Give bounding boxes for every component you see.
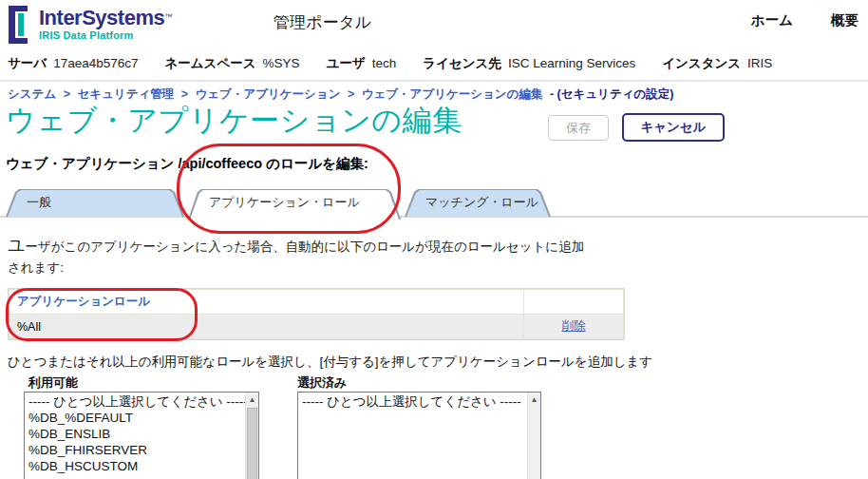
tab-matching-roles[interactable]: マッチング・ロール — [405, 189, 551, 217]
delete-link[interactable]: 削除 — [562, 319, 586, 333]
breadcrumb-edit-web-application[interactable]: ウェブ・アプリケーションの編集 — [362, 87, 543, 101]
role-name-cell: %All — [9, 315, 524, 339]
tab-application-roles[interactable]: アプリケーション・ロール — [188, 189, 401, 220]
list-item[interactable]: %DB_FHIRSERVER — [25, 442, 245, 458]
selected-label: 選択済み — [297, 374, 347, 392]
info-instance: インスタンス IRIS — [662, 55, 772, 72]
roles-description: ユーザがこのアプリケーションに入った場合、自動的に以下のロールが現在のロールセッ… — [8, 235, 594, 278]
info-licensed-to: ライセンス先 ISC Learning Services — [423, 55, 635, 72]
info-server: サーバ 17aea4b576c7 — [8, 55, 138, 72]
logo-trademark: ™ — [164, 12, 172, 21]
cancel-button[interactable]: キャンセル — [622, 113, 725, 142]
breadcrumb-security-mgmt[interactable]: セキュリティ管理 — [77, 87, 174, 101]
selected-scrollbar[interactable]: ▲ — [527, 393, 540, 479]
breadcrumb-web-applications[interactable]: ウェブ・アプリケーション — [196, 87, 341, 101]
column-header-action — [524, 290, 624, 315]
header: InterSystems™ IRIS Data Platform 管理ポータル … — [0, 0, 868, 49]
info-namespace: ネームスペース %SYS — [164, 55, 299, 72]
portal-title: 管理ポータル — [274, 11, 371, 33]
available-scrollbar[interactable]: ▲ — [245, 393, 258, 479]
management-portal-page: InterSystems™ IRIS Data Platform 管理ポータル … — [0, 0, 868, 479]
table-row: %All 削除 — [9, 315, 624, 339]
nav-home-link[interactable]: ホーム — [751, 11, 793, 29]
available-label: 利用可能 — [28, 374, 78, 392]
edit-roles-subtitle: ウェブ・アプリケーション /api/coffeeco のロールを編集: — [6, 155, 368, 173]
header-separator — [0, 80, 868, 82]
page-title: ウェブ・アプリケーションの編集 — [6, 101, 462, 141]
nav-about-link[interactable]: 概要 — [831, 11, 859, 29]
logo-brand-text: InterSystems — [39, 6, 164, 29]
save-button[interactable]: 保存 — [548, 115, 609, 141]
breadcrumb-suffix: - (セキュリティの設定) — [550, 87, 674, 101]
logo-subtitle: IRIS Data Platform — [39, 30, 172, 41]
available-roles-listbox[interactable]: ----- ひとつ以上選択してください ----- %DB_%DEFAULT %… — [24, 392, 259, 479]
listbox-placeholder: ----- ひとつ以上選択してください ----- — [298, 393, 527, 410]
scroll-up-icon[interactable]: ▲ — [528, 393, 540, 407]
breadcrumb-system[interactable]: システム — [8, 87, 56, 101]
application-roles-table: アプリケーションロール %All 削除 — [8, 288, 625, 340]
grant-instruction: ひとつまたはそれ以上の利用可能なロールを選択し、[付与する]を押してアプリケーシ… — [8, 354, 652, 371]
listbox-placeholder: ----- ひとつ以上選択してください ----- — [25, 393, 245, 410]
info-user: ユーザ tech — [327, 55, 397, 72]
table-header-row: アプリケーションロール — [9, 290, 624, 315]
list-item[interactable]: %DB_HSCUSTOM — [25, 458, 245, 474]
scroll-up-icon[interactable]: ▲ — [246, 393, 258, 407]
column-header-application-role: アプリケーションロール — [9, 290, 524, 315]
intersystems-logo: InterSystems™ IRIS Data Platform — [8, 6, 172, 44]
scrollbar-thumb[interactable] — [247, 408, 257, 479]
intersystems-logo-icon — [8, 6, 32, 44]
list-item[interactable]: %DB_%DEFAULT — [25, 410, 245, 426]
list-item[interactable]: %DB_ENSLIB — [25, 426, 245, 442]
server-info-bar: サーバ 17aea4b576c7 ネームスペース %SYS ユーザ tech ラ… — [8, 55, 772, 72]
selected-roles-listbox[interactable]: ----- ひとつ以上選択してください ----- ▲ — [297, 392, 541, 479]
tab-general[interactable]: 一般 — [6, 189, 184, 217]
header-nav: ホーム 概要 — [751, 11, 859, 29]
